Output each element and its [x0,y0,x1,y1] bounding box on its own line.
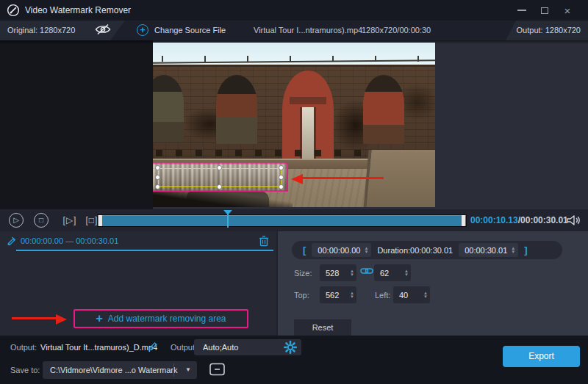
video-arch-window-3 [363,75,404,144]
transport-bar: ▷ □ [▷] [□] 00:00:10.13/00:00:30.01 [0,209,588,231]
segment-play-button[interactable]: [▷] [60,213,79,228]
save-to-label: Save to: [10,362,40,378]
playhead-marker[interactable] [223,210,232,215]
spin-down-icon[interactable]: ▼ [511,250,515,254]
preview-stage [0,40,588,209]
output-info-tab: Output: 1280x720 [506,21,588,40]
width-input[interactable]: 528 ▲▼ [320,264,356,281]
trash-icon[interactable] [259,235,270,247]
output-file-name: Virtual Tour It...tramuros)_D.mp4 [40,339,157,355]
timeline-track[interactable] [97,214,467,227]
left-label: Left: [375,287,390,304]
spin-down-icon[interactable]: ▼ [404,273,409,277]
timeline-end-handle[interactable] [462,215,465,226]
time-range-group: [ 00:00:00.00 ▲▼ Duration:00:00:30.01 00… [292,241,562,259]
spin-down-icon[interactable]: ▼ [350,295,354,299]
video-arch-door [282,70,334,162]
save-path-combobox[interactable]: C:\Vidmore\Vidmore ...o Watermark Remove… [43,361,197,379]
duration-label: Duration:00:00:30.01 [377,246,453,255]
spinner-control[interactable]: ▲▼ [423,291,428,299]
plus-circle-icon[interactable]: + [137,24,148,36]
left-input[interactable]: 40 ▲▼ [393,286,430,303]
plus-icon: + [96,313,102,325]
selection-handle[interactable] [217,165,222,170]
spin-down-icon[interactable]: ▼ [423,295,428,299]
video-arch-window-2 [216,75,257,144]
set-start-bracket-button[interactable]: [ [303,244,306,256]
annotation-arrow-head [291,174,303,184]
selection-handle[interactable] [155,165,160,170]
total-time: /00:00:30.01 [518,215,568,225]
spinner-control[interactable]: ▲▼ [350,269,354,277]
height-input[interactable]: 62 ▲▼ [374,264,411,281]
selection-handle[interactable] [279,184,284,189]
spinner-control[interactable]: ▲▼ [511,247,515,254]
link-aspect-icon[interactable] [360,267,373,275]
spinner-control[interactable]: ▲▼ [350,291,354,299]
playhead-line[interactable] [227,214,229,228]
dropdown-arrow-icon[interactable]: ▼ [179,361,197,379]
start-time-input[interactable]: 00:00:00.00 ▲▼ [312,243,371,257]
export-button[interactable]: Export [503,346,580,367]
spinner-control[interactable]: ▲▼ [364,247,368,254]
edit-pencil-icon[interactable] [148,341,158,352]
size-label: Size: [294,265,312,282]
top-label: Top: [294,287,309,304]
video-arch-window-1 [153,75,184,142]
spin-down-icon[interactable]: ▼ [364,250,368,254]
top-input[interactable]: 562 ▲▼ [320,286,356,303]
end-time-input[interactable]: 00:00:30.01 ▲▼ [459,243,518,257]
spinner-control[interactable]: ▲▼ [404,269,409,277]
spin-down-icon[interactable]: ▼ [350,273,354,277]
area-properties-panel: [ 00:00:00.00 ▲▼ Duration:00:00:30.01 00… [276,231,588,336]
reset-button[interactable]: Reset [294,319,351,336]
app-window: Video Watermark Remover × Original: 1280… [0,0,588,384]
segment-selected-underline [16,250,273,251]
selection-handle[interactable] [155,184,160,189]
footer-bar: Output: Virtual Tour It...tramuros)_D.mp… [0,336,588,384]
timeline-start-handle[interactable] [98,215,102,226]
combo-divider [173,363,174,377]
minimize-button[interactable] [513,0,531,21]
title-bar: Video Watermark Remover × [0,0,588,21]
add-watermark-area-button[interactable]: + Add watermark removing area [74,309,248,328]
annotation-arrow-shaft [301,177,384,179]
stop-button[interactable]: □ [34,213,49,228]
save-path-value: C:\Vidmore\Vidmore ...o Watermark Remove… [50,366,177,384]
annotation-arrow-shaft [12,317,57,319]
time-display: 00:00:10.13/00:00:30.01 [470,209,568,231]
current-time: 00:00:10.13 [470,215,518,225]
output-format-label: Output: [171,339,197,355]
selection-handle[interactable] [217,184,222,189]
app-logo-icon [7,4,20,17]
maximize-button[interactable] [536,0,553,21]
selection-handle[interactable] [279,165,284,170]
maximize-icon [541,7,548,14]
minimize-icon [517,10,526,11]
add-watermark-area-label: Add watermark removing area [108,314,226,324]
brush-pen-icon [6,235,17,246]
toolbar: Original: 1280x720 + Change Source File … [0,21,588,40]
output-resolution-label: Output: 1280x720 [517,21,581,40]
segment-time-range[interactable]: 00:00:00.00 — 00:00:30.01 [21,231,118,250]
play-button[interactable]: ▷ [9,213,24,228]
selection-handle[interactable] [279,175,284,180]
source-file-info: 1280x720/00:00:30 [362,21,431,40]
change-source-file-button[interactable]: Change Source File [154,21,226,40]
original-info-tab: Original: 1280x720 [0,21,125,40]
gear-icon[interactable] [284,341,297,354]
set-end-bracket-button[interactable]: ] [524,244,527,256]
annotation-arrow-head [56,314,67,325]
selection-handle[interactable] [155,175,160,180]
app-title: Video Watermark Remover [25,0,131,21]
watermark-list-panel: 00:00:00.00 — 00:00:30.01 + Add watermar… [0,231,276,336]
close-button[interactable]: × [559,0,576,21]
original-resolution-label: Original: 1280x720 [7,21,75,40]
source-file-name: Virtual Tour I...ntramuros).mp4 [254,21,362,40]
watermark-selection-box[interactable] [153,162,288,192]
eye-off-icon[interactable] [94,23,112,37]
volume-icon[interactable] [566,214,581,226]
output-name-label: Output: [10,339,37,355]
open-folder-icon[interactable] [209,362,228,378]
stage-left-backdrop [0,40,153,209]
